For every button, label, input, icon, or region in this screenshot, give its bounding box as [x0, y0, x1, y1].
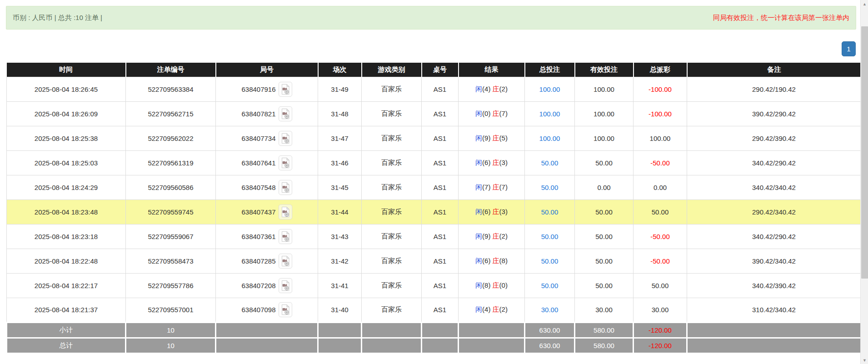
total-label: 总计: [7, 338, 126, 353]
footer-empty-cell: [362, 322, 422, 338]
table-row: 2025-08-04 18:22:48 522709558473 6384072…: [7, 249, 861, 273]
video-replay-button[interactable]: [279, 82, 292, 97]
table-row: 2025-08-04 18:24:29 522709560586 6384075…: [7, 175, 861, 199]
table-row: 2025-08-04 18:23:18 522709559067 6384073…: [7, 224, 861, 249]
result-player-label: 闲: [475, 257, 482, 264]
cell-time: 2025-08-04 18:25:03: [7, 150, 126, 175]
vertical-scrollbar[interactable]: ▲ ▼: [860, 0, 868, 364]
cell-table-no: AS1: [422, 101, 459, 126]
cell-session: 31-42: [318, 249, 362, 273]
cell-total-bet-link[interactable]: 30.00: [525, 298, 575, 322]
result-player-points: (0): [482, 110, 490, 117]
result-banker-points: (2): [499, 305, 508, 313]
result-banker-label: 庄: [493, 159, 499, 166]
cell-game-type: 百家乐: [362, 150, 422, 175]
footer-empty-cell: [687, 338, 861, 353]
cell-table-no: AS1: [422, 298, 459, 322]
cell-total-bet-link[interactable]: 100.00: [525, 101, 575, 126]
cell-total-bet-link[interactable]: 50.00: [525, 199, 575, 224]
cell-round-no: 638407548: [216, 175, 318, 199]
cell-time: 2025-08-04 18:22:17: [7, 273, 126, 298]
cell-remark: 390.42/290.42: [687, 101, 861, 126]
result-banker-points: (0): [499, 281, 508, 289]
video-replay-button[interactable]: [279, 254, 292, 269]
header-result: 结果: [459, 63, 525, 77]
total-valid-bet: 580.00: [575, 338, 634, 353]
cell-valid-bet: 50.00: [575, 273, 634, 298]
cell-valid-bet: 0.00: [575, 175, 634, 199]
round-number: 638407098: [241, 306, 275, 314]
grand-total-row: 总计 10 630.00 580.00 -120.00: [7, 338, 861, 353]
pagination-page-button[interactable]: 1: [842, 41, 856, 56]
result-player-label: 闲: [475, 183, 482, 191]
result-banker-points: (3): [499, 159, 508, 166]
result-player-label: 闲: [475, 134, 482, 142]
cell-remark: 390.42/340.42: [687, 249, 861, 273]
cell-table-no: AS1: [422, 273, 459, 298]
round-number: 638407208: [241, 282, 275, 289]
result-player-label: 闲: [475, 159, 482, 166]
cell-session: 31-45: [318, 175, 362, 199]
video-replay-button[interactable]: [279, 302, 292, 317]
result-banker-points: (2): [499, 85, 508, 93]
cell-result: 闲(4) 庄(2): [459, 298, 525, 322]
table-body: 2025-08-04 18:26:45 522709563384 6384079…: [7, 77, 861, 322]
cell-valid-bet: 100.00: [575, 101, 634, 126]
cell-total-bet-link[interactable]: 50.00: [525, 249, 575, 273]
cell-total-payout: 50.00: [634, 273, 687, 298]
cell-total-bet-link[interactable]: 100.00: [525, 77, 575, 101]
cell-time: 2025-08-04 18:26:45: [7, 77, 126, 101]
cell-result: 闲(0) 庄(7): [459, 101, 525, 126]
cell-table-no: AS1: [422, 224, 459, 249]
video-replay-button[interactable]: [279, 155, 292, 170]
cell-total-bet-link[interactable]: 50.00: [525, 150, 575, 175]
cell-result: 闲(8) 庄(0): [459, 273, 525, 298]
subtotal-label: 小计: [7, 322, 126, 338]
scrollbar-thumb[interactable]: [861, 26, 868, 279]
cell-session: 31-49: [318, 77, 362, 101]
result-player-points: (6): [482, 208, 490, 215]
result-banker-label: 庄: [493, 208, 499, 215]
video-replay-button[interactable]: [279, 180, 292, 195]
currency-summary-text: 币别 : 人民币 | 总共 :10 注单 |: [13, 14, 102, 22]
cell-game-type: 百家乐: [362, 101, 422, 126]
cell-total-bet-link[interactable]: 50.00: [525, 224, 575, 249]
cell-session: 31-47: [318, 126, 362, 150]
cell-total-payout: -100.00: [634, 101, 687, 126]
cell-table-no: AS1: [422, 77, 459, 101]
scrollbar-up-icon[interactable]: ▲: [861, 0, 868, 8]
result-player-label: 闲: [475, 232, 482, 240]
table-row: 2025-08-04 18:25:03 522709561319 6384076…: [7, 150, 861, 175]
video-replay-button[interactable]: [279, 131, 292, 146]
cell-total-payout: -50.00: [634, 249, 687, 273]
video-replay-button[interactable]: [279, 278, 292, 293]
cell-bet-id: 522709561319: [126, 150, 216, 175]
result-player-label: 闲: [475, 85, 482, 93]
cell-total-payout: 30.00: [634, 298, 687, 322]
cell-total-payout: 0.00: [634, 175, 687, 199]
cell-session: 31-48: [318, 101, 362, 126]
result-player-points: (4): [482, 85, 490, 93]
video-replay-button[interactable]: [279, 204, 292, 219]
footer-empty-cell: [318, 338, 362, 353]
cell-result: 闲(7) 庄(7): [459, 175, 525, 199]
cell-total-bet-link[interactable]: 50.00: [525, 175, 575, 199]
cell-total-payout: -50.00: [634, 224, 687, 249]
cell-total-payout: -50.00: [634, 150, 687, 175]
round-number: 638407734: [241, 135, 275, 142]
video-file-icon: [281, 206, 290, 218]
video-replay-button[interactable]: [279, 229, 292, 244]
video-replay-button[interactable]: [279, 106, 292, 121]
cell-total-bet-link[interactable]: 50.00: [525, 273, 575, 298]
video-file-icon: [281, 304, 290, 315]
cell-total-bet-link[interactable]: 100.00: [525, 126, 575, 150]
result-banker-points: (2): [499, 232, 508, 240]
video-file-icon: [281, 255, 290, 267]
subtotal-count: 10: [126, 322, 216, 338]
cell-time: 2025-08-04 18:24:29: [7, 175, 126, 199]
cell-time: 2025-08-04 18:23:48: [7, 199, 126, 224]
scrollbar-down-icon[interactable]: ▼: [861, 356, 868, 364]
cell-remark: 310.42/340.42: [687, 298, 861, 322]
cell-round-no: 638407208: [216, 273, 318, 298]
table-footer: 小计 10 630.00 580.00 -120.00 总计 10 630.00…: [7, 322, 861, 353]
